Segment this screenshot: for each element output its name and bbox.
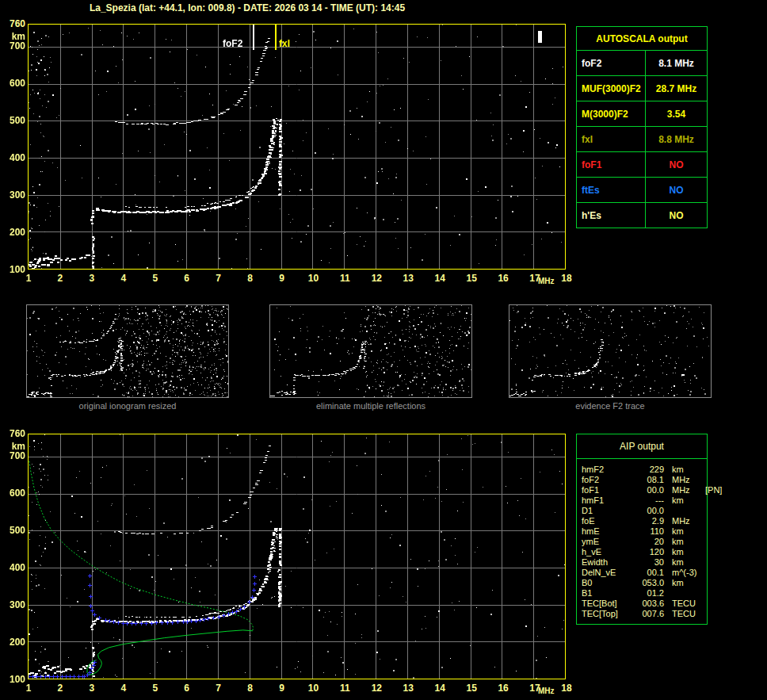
- aip-gap: [664, 547, 672, 557]
- y-tick-label-700: 700: [2, 450, 25, 461]
- thumbnail-eliminate-reflections: [269, 304, 472, 398]
- aip-param-unit: km: [672, 537, 705, 547]
- aip-row-D1: D100.0: [582, 506, 707, 516]
- autoscala-param-value: 8.1 MHz: [646, 51, 707, 75]
- aip-gap: [664, 495, 672, 506]
- thumbnail-eliminate-canvas: [270, 305, 471, 397]
- y-tick-label-300: 300: [2, 189, 25, 201]
- aip-param-unit: m^(-3): [672, 568, 705, 578]
- aip-gap: [664, 506, 672, 516]
- autoscala-table-header: AUTOSCALA output: [577, 27, 707, 50]
- x-tick-label-18: 18: [557, 273, 576, 284]
- aip-gap: [664, 557, 672, 568]
- aip-param-value: 08.1: [632, 475, 664, 485]
- foF2-marker-label: foF2: [223, 38, 242, 49]
- aip-gap: [664, 526, 672, 537]
- y-axis-unit-label: km: [2, 441, 25, 452]
- aip-param-label: foF2: [582, 475, 632, 485]
- aip-param-value: 20: [632, 537, 664, 547]
- bottom-ionogram-plot: [28, 434, 566, 679]
- aip-param-label: hmE: [582, 526, 632, 537]
- aip-param-label: D1: [582, 506, 632, 516]
- x-tick-label-6: 6: [177, 683, 197, 694]
- aip-row-foE: foE2.9MHz: [582, 516, 707, 526]
- fxI-marker-line: [275, 25, 277, 50]
- aip-gap: [664, 465, 672, 475]
- station-title: La_Spezia (lat: +44.1, lon: 009.8) - DAT…: [90, 2, 405, 13]
- aip-param-label: h_vE: [582, 547, 632, 557]
- y-tick-label-760: 760: [2, 428, 25, 439]
- x-tick-label-2: 2: [51, 683, 70, 694]
- x-tick-label-12: 12: [367, 683, 386, 694]
- aip-param-unit: MHz: [672, 475, 705, 485]
- aip-param-value: 00.0: [632, 485, 664, 495]
- thumbnail-evidence-canvas: [509, 305, 711, 397]
- x-tick-label-16: 16: [494, 273, 513, 284]
- aip-row-hmE: hmE110km: [582, 526, 707, 537]
- autoscala-param-value: NO: [646, 152, 707, 177]
- aip-param-extra: [705, 578, 707, 588]
- aip-param-label: Ewidth: [582, 557, 632, 568]
- aip-param-label: foF1: [582, 485, 632, 495]
- aip-param-value: 00.0: [632, 506, 664, 516]
- x-tick-label-3: 3: [82, 273, 101, 284]
- x-tick-label-7: 7: [209, 683, 228, 694]
- autoscala-row-MUF(3000)F2: MUF(3000)F228.7 MHz: [577, 75, 707, 101]
- autoscala-param-label: foF1: [577, 152, 646, 177]
- aip-param-value: 30: [632, 557, 664, 568]
- aip-param-extra: [705, 599, 707, 609]
- x-tick-label-10: 10: [303, 273, 322, 284]
- y-tick-label-400: 400: [2, 152, 25, 163]
- aip-param-label: DelN_vE: [582, 568, 632, 578]
- x-tick-label-7: 7: [209, 273, 228, 284]
- aip-param-unit: km: [672, 557, 705, 568]
- caption-evidence-f2: evidence F2 trace: [509, 401, 712, 411]
- aip-param-value: 01.2: [632, 588, 664, 599]
- aip-row-DelN_vE: DelN_vE00.1m^(-3): [582, 568, 707, 578]
- y-tick-label-200: 200: [2, 227, 25, 238]
- x-tick-label-4: 4: [114, 273, 133, 284]
- y-tick-label-300: 300: [2, 599, 25, 610]
- thumbnail-original-ionogram: [26, 304, 229, 398]
- aip-gap: [664, 516, 672, 526]
- autoscala-param-value: 28.7 MHz: [646, 76, 707, 101]
- aip-param-unit: km: [672, 578, 705, 588]
- autoscala-window: La_Spezia (lat: +44.1, lon: 009.8) - DAT…: [0, 0, 767, 700]
- x-tick-label-9: 9: [273, 273, 292, 284]
- aip-param-value: 007.6: [632, 609, 664, 619]
- x-tick-label-6: 6: [177, 273, 197, 284]
- autoscala-row-fxI: fxI8.8 MHz: [577, 126, 707, 151]
- aip-param-unit: km: [672, 465, 705, 475]
- autoscala-row-foF2: foF28.1 MHz: [577, 50, 707, 75]
- aip-param-label: B0: [582, 578, 632, 588]
- aip-param-unit: km: [672, 547, 705, 557]
- foF2-marker-line: [253, 25, 254, 50]
- thumbnail-original-canvas: [27, 305, 228, 397]
- aip-param-unit: km: [672, 526, 705, 537]
- aip-param-extra: [705, 495, 707, 506]
- autoscala-row-ftEs: ftEsNO: [577, 177, 707, 202]
- aip-param-extra: [705, 465, 707, 475]
- aip-gap: [664, 568, 672, 578]
- x-tick-label-8: 8: [241, 683, 260, 694]
- y-tick-label-700: 700: [2, 40, 25, 52]
- y-axis-unit-label: km: [2, 31, 25, 42]
- aip-param-label: TEC[Bot]: [582, 599, 632, 609]
- aip-row-B0: B0053.0km: [582, 578, 707, 588]
- y-tick-label-760: 760: [2, 18, 25, 29]
- x-tick-label-11: 11: [335, 273, 354, 284]
- aip-row-TEC[Bot]: TEC[Bot]003.6TECU: [582, 599, 707, 609]
- aip-param-unit: [672, 588, 705, 599]
- aip-row-Ewidth: Ewidth30km: [582, 557, 707, 568]
- x-tick-label-9: 9: [273, 683, 292, 694]
- x-tick-label-3: 3: [82, 683, 101, 694]
- aip-row-foF2: foF208.1MHz: [582, 475, 707, 485]
- autoscala-param-value: 8.8 MHz: [646, 127, 707, 151]
- aip-param-label: hmF2: [582, 465, 632, 475]
- aip-param-unit: km: [672, 495, 705, 506]
- aip-output-table: AIP output hmF2229kmfoF208.1MHzfoF100.0M…: [576, 434, 708, 625]
- aip-gap: [664, 485, 672, 495]
- aip-row-hmF1: hmF1---km: [582, 495, 707, 506]
- y-tick-label-500: 500: [2, 115, 25, 126]
- autoscala-row-M(3000)F2: M(3000)F23.54: [577, 101, 707, 126]
